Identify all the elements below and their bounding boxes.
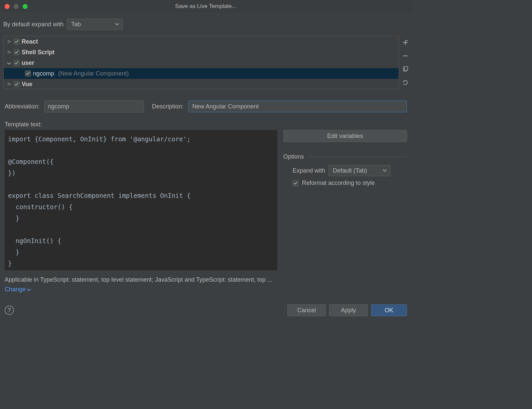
window-title: Save as Live Template...	[175, 3, 237, 10]
checkbox[interactable]	[14, 49, 20, 55]
expand-with-select[interactable]: Default (Tab)	[329, 165, 390, 176]
checkbox[interactable]	[25, 70, 31, 76]
reformat-checkbox[interactable]	[293, 180, 299, 186]
tree-row-react[interactable]: > React	[4, 36, 399, 47]
remove-icon[interactable]	[401, 52, 409, 60]
apply-button[interactable]: Apply	[329, 304, 368, 316]
description-input[interactable]: New Angular Component	[188, 100, 407, 112]
change-contexts-link[interactable]: Change	[5, 286, 31, 293]
chevron-right-icon[interactable]: >	[6, 81, 12, 88]
default-expand-value: Tab	[71, 21, 81, 28]
default-expand-select[interactable]: Tab	[67, 19, 123, 30]
ok-button[interactable]: OK	[371, 304, 407, 316]
chevron-down-icon	[383, 169, 387, 172]
template-group-tree[interactable]: > React > Shell Script u	[3, 36, 399, 89]
checkbox[interactable]	[14, 60, 20, 66]
chevron-right-icon[interactable]: >	[6, 38, 12, 45]
abbreviation-label: Abbreviation:	[5, 103, 40, 110]
expand-with-label: Expand with	[293, 167, 325, 174]
tree-label: Shell Script	[22, 49, 55, 56]
revert-icon[interactable]	[401, 78, 409, 86]
chevron-right-icon[interactable]: >	[6, 49, 12, 56]
checkbox[interactable]	[14, 81, 20, 87]
tree-row-ngcomp[interactable]: ngcomp (New Angular Component)	[4, 68, 399, 79]
close-window-icon[interactable]	[5, 4, 10, 9]
copy-icon[interactable]	[401, 65, 409, 73]
description-label: Description:	[152, 103, 184, 110]
template-text-label: Template text:	[5, 121, 407, 128]
chevron-down-icon	[115, 23, 119, 26]
minimize-window-icon[interactable]	[14, 4, 19, 9]
add-icon[interactable]	[401, 39, 409, 47]
cancel-button[interactable]: Cancel	[287, 304, 326, 316]
default-expand-label: By default expand with	[3, 21, 64, 28]
chevron-down-icon[interactable]	[6, 60, 12, 67]
tree-label: Vue	[22, 81, 32, 88]
svg-rect-1	[404, 67, 408, 70]
tree-label: ngcomp	[33, 70, 54, 77]
reformat-label: Reformat according to style	[302, 180, 375, 187]
maximize-window-icon[interactable]	[23, 4, 28, 9]
tree-label: user	[22, 60, 34, 67]
options-group-label: Options	[283, 153, 407, 160]
template-text-editor[interactable]: import {Component, OnInit} from '@angula…	[5, 130, 277, 270]
chevron-down-icon	[27, 286, 31, 293]
tree-desc: (New Angular Component)	[58, 70, 129, 77]
abbreviation-input[interactable]: ngcomp	[44, 100, 144, 112]
applicable-contexts-text: Applicable in TypeScript: statement, top…	[5, 276, 407, 283]
tree-row-shell-script[interactable]: > Shell Script	[4, 47, 399, 58]
tree-row-user[interactable]: user	[4, 58, 399, 68]
tree-row-vue[interactable]: > Vue	[4, 79, 399, 89]
dialog-footer: ? Cancel Apply OK	[0, 301, 412, 320]
tree-toolbar	[399, 35, 412, 90]
tree-label: React	[22, 38, 38, 45]
titlebar: Save as Live Template...	[0, 0, 412, 13]
checkbox[interactable]	[14, 39, 20, 45]
edit-variables-button[interactable]: Edit variables	[283, 130, 407, 142]
window-controls	[5, 4, 28, 9]
help-button[interactable]: ?	[5, 306, 14, 315]
